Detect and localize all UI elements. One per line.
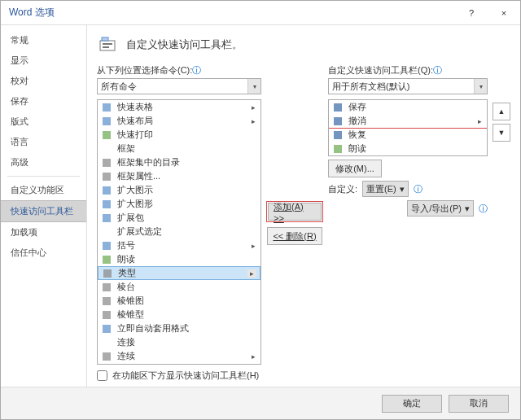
remove-button[interactable]: << 删除(R): [267, 227, 322, 245]
item-label: 扩大图示: [117, 184, 257, 196]
sidebar-item[interactable]: 常规: [1, 30, 86, 50]
list-item[interactable]: 快速布局▸: [98, 114, 260, 128]
list-item[interactable]: 棱锥型: [98, 308, 260, 322]
item-icon: [101, 309, 112, 321]
submenu-arrow-icon: ▸: [478, 117, 484, 125]
modify-button[interactable]: 修改(M)...: [328, 160, 382, 177]
qat-icon: [97, 33, 120, 56]
list-item[interactable]: 连续▸: [98, 349, 260, 363]
info-icon[interactable]: ⓘ: [479, 203, 488, 215]
info-icon[interactable]: ⓘ: [192, 65, 201, 75]
item-label: 朗读: [348, 142, 484, 155]
sidebar-item[interactable]: 信任中心: [1, 243, 86, 263]
sidebar-item[interactable]: 版式: [1, 112, 86, 132]
sidebar-item[interactable]: 加载项: [1, 222, 86, 243]
svg-rect-25: [334, 131, 342, 139]
list-item[interactable]: 朗读: [329, 142, 487, 155]
svg-rect-1: [102, 37, 108, 41]
ok-button[interactable]: 确定: [382, 395, 442, 413]
main-panel: 自定义快速访问工具栏。 从下列位置选择命令(C):ⓘ 所有命令▾ 快速表格▸快速…: [87, 25, 520, 387]
list-item[interactable]: 快速表格▸: [98, 100, 260, 114]
svg-rect-26: [334, 145, 342, 153]
list-item[interactable]: 扩展包: [98, 211, 260, 225]
left-column: 从下列位置选择命令(C):ⓘ 所有命令▾ 快速表格▸快速布局▸快速打印框架框架集…: [97, 64, 261, 382]
svg-rect-10: [103, 200, 111, 208]
list-item[interactable]: 恢复: [329, 128, 487, 142]
item-icon: [101, 226, 112, 238]
close-button[interactable]: ×: [488, 1, 520, 24]
list-item[interactable]: 扩大图形: [98, 197, 260, 211]
list-item[interactable]: 连字▸: [98, 363, 260, 365]
svg-rect-13: [103, 256, 111, 264]
list-item[interactable]: 类型▸: [98, 266, 260, 280]
chevron-down-icon: ▾: [474, 79, 487, 94]
sidebar-item[interactable]: 快速访问工具栏: [1, 200, 86, 222]
list-item[interactable]: 扩大图示: [98, 183, 260, 197]
list-item[interactable]: 框架: [98, 142, 260, 155]
sidebar-item[interactable]: 显示: [1, 50, 86, 71]
list-item[interactable]: 连接: [98, 335, 260, 349]
list-item[interactable]: 扩展式选定: [98, 225, 260, 238]
checkbox-input[interactable]: [97, 370, 107, 381]
sidebar-item[interactable]: 语言: [1, 132, 86, 152]
qat-target-dropdown[interactable]: 用于所有文档(默认)▾: [328, 78, 488, 94]
left-label: 从下列位置选择命令(C):ⓘ: [97, 64, 261, 77]
info-icon[interactable]: ⓘ: [414, 183, 422, 195]
move-down-button[interactable]: ▼: [493, 124, 510, 142]
svg-rect-9: [103, 186, 111, 195]
item-icon: [101, 199, 112, 210]
item-icon: [332, 143, 344, 155]
submenu-arrow-icon: ▸: [252, 242, 257, 250]
svg-rect-4: [103, 103, 111, 112]
item-label: 朗读: [117, 253, 257, 265]
chevron-down-icon: ▾: [465, 203, 470, 214]
list-item[interactable]: 保存: [329, 100, 487, 114]
commands-listbox[interactable]: 快速表格▸快速布局▸快速打印框架框架集中的目录框架属性...扩大图示扩大图形扩展…: [97, 99, 261, 365]
help-button[interactable]: ?: [455, 1, 488, 24]
svg-rect-2: [103, 43, 112, 45]
dialog-footer: 确定 取消: [1, 387, 520, 419]
item-label: 扩大图形: [117, 198, 257, 210]
sidebar-item[interactable]: 高级: [1, 152, 86, 173]
list-item[interactable]: 框架集中的目录: [98, 155, 260, 169]
item-icon: [101, 157, 112, 168]
commands-from-dropdown[interactable]: 所有命令▾: [97, 78, 261, 94]
qat-listbox[interactable]: 保存撤消▸恢复朗读: [328, 99, 488, 156]
cancel-button[interactable]: 取消: [449, 395, 509, 413]
mid-column: 添加(A) >> << 删除(R): [266, 64, 323, 382]
reorder-buttons: ▲ ▼: [493, 103, 510, 142]
list-item[interactable]: 框架属性...: [98, 169, 260, 183]
right-label: 自定义快速访问工具栏(Q):ⓘ: [328, 64, 510, 77]
item-label: 棱锥型: [117, 308, 257, 321]
item-label: 快速打印: [117, 129, 257, 141]
list-item[interactable]: 撤消▸: [329, 114, 487, 128]
sidebar-item[interactable]: 校对: [1, 71, 86, 91]
submenu-arrow-icon: ▸: [252, 352, 257, 361]
svg-rect-3: [103, 46, 109, 48]
svg-rect-24: [334, 117, 342, 125]
item-label: 立即自动套用格式: [117, 322, 257, 335]
list-item[interactable]: 快速打印: [98, 128, 260, 142]
import-export-dropdown[interactable]: 导入/导出(P)▾: [407, 200, 474, 217]
item-label: 框架集中的目录: [117, 156, 257, 168]
show-below-ribbon-checkbox[interactable]: 在功能区下方显示快速访问工具栏(H): [97, 370, 261, 382]
list-item[interactable]: 棱台: [98, 280, 260, 294]
move-up-button[interactable]: ▲: [493, 103, 510, 120]
sidebar-item[interactable]: 保存: [1, 91, 86, 112]
item-label: 连接: [117, 336, 257, 348]
word-options-dialog: Word 选项 ? × 常规显示校对保存版式语言高级自定义功能区快速访问工具栏加…: [0, 0, 521, 420]
item-icon: [101, 365, 112, 365]
panel-title: 自定义快速访问工具栏。: [126, 37, 243, 52]
svg-rect-8: [103, 173, 111, 181]
item-icon: [101, 185, 112, 196]
sidebar-item[interactable]: 自定义功能区: [1, 180, 86, 200]
list-item[interactable]: 棱锥图: [98, 294, 260, 308]
item-label: 棱锥图: [117, 295, 257, 307]
reset-dropdown[interactable]: 重置(E)▾: [362, 181, 409, 197]
info-icon[interactable]: ⓘ: [433, 65, 442, 75]
list-item[interactable]: 括号▸: [98, 238, 260, 252]
list-item[interactable]: 朗读: [98, 252, 260, 266]
add-button[interactable]: 添加(A) >>: [268, 203, 322, 221]
list-item[interactable]: 立即自动套用格式: [98, 322, 260, 335]
item-icon: [101, 102, 112, 113]
